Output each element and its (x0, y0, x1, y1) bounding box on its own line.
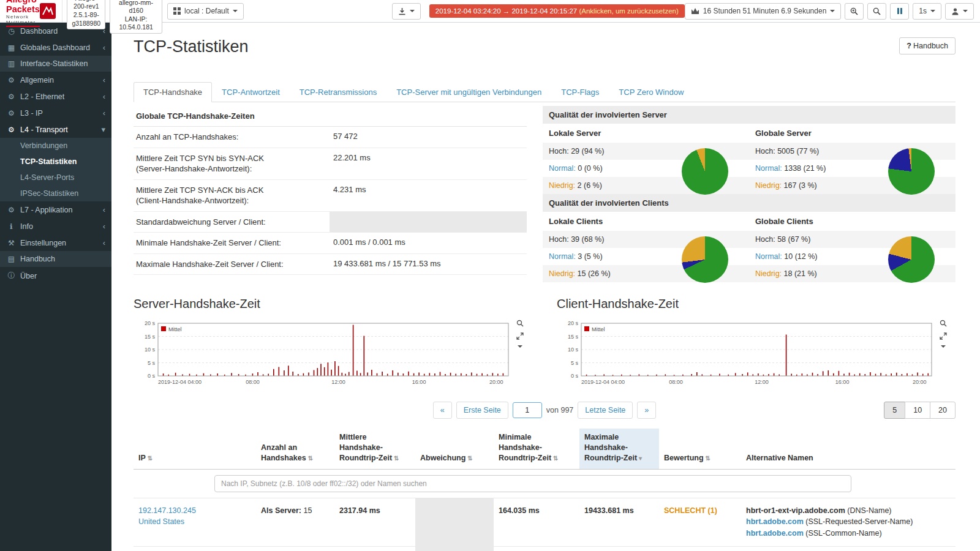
column-header-ip[interactable]: IP⇅ (134, 429, 256, 469)
profile-dropdown[interactable]: local : Default (167, 3, 244, 20)
tab-tcp-server-mit-ung-ltigen-verbindungen[interactable]: TCP-Server mit ungültigen Verbindungen (386, 82, 551, 102)
brand[interactable]: Allegro Packets Network Multimeter (0, 0, 62, 22)
column-header-mittlere-handshake-roundtrip-zeit[interactable]: Mittlere Handshake-Roundtrip-Zeit⇅ (334, 429, 415, 469)
chart-zoom-icon[interactable] (940, 320, 947, 327)
sidebar-item-label: Allgemein (20, 76, 54, 84)
sidebar-item-label: Dashboard (20, 27, 58, 36)
table-head: IP⇅Anzahl an Handshakes⇅Mittlere Handsha… (134, 429, 956, 498)
stat-label: Maximale Handshake-Zeit Server / Client: (134, 254, 330, 275)
sort-icon: ⇅ (553, 455, 558, 462)
country-link[interactable]: United States (138, 516, 251, 528)
sidebar-submenu: VerbindungenTCP-StatistikenL4-Server-Por… (0, 138, 111, 201)
tab-tcp-handshake[interactable]: TCP-Handshake (134, 82, 212, 102)
column-header-bewertung[interactable]: Bewertung⇅ (659, 429, 741, 469)
tab-tcp-retransmissions[interactable]: TCP-Retransmissions (290, 82, 386, 102)
quality-level-label: Hoch: (755, 235, 775, 244)
sidebar-item-ipsec-statistiken[interactable]: IPSec-Statistiken (0, 186, 111, 201)
quality-group-globale-server: Globale ServerHoch: 5005 (77 %)Normal: 1… (749, 124, 956, 194)
page-next-button[interactable]: » (637, 402, 656, 419)
sidebar-item-allgemein[interactable]: ⚙Allgemein‹ (0, 72, 111, 88)
quality-group-globale-clients: Globale ClientsHoch: 58 (67 %)Normal: 10… (749, 212, 956, 282)
sidebar-item-ber[interactable]: ⓘÜber (0, 267, 111, 285)
chart-options-caret-icon[interactable] (941, 345, 946, 348)
sidebar-item-globales-dashboard[interactable]: ▦Globales Dashboard‹ (0, 39, 111, 56)
tab-tcp-flags[interactable]: TCP-Flags (551, 82, 609, 102)
page-number-input[interactable] (513, 402, 542, 418)
global-dashboard-icon: ▦ (6, 43, 17, 52)
page-title: TCP-Statistiken (134, 37, 249, 56)
download-icon (398, 7, 406, 15)
sidebar-item-handbuch[interactable]: ▤Handbuch (0, 251, 111, 267)
sidebar-item-einstellungen[interactable]: ⚒Einstellungen‹ (0, 234, 111, 251)
sidebar-item-label: L4 - Transport (20, 126, 68, 134)
ip-link[interactable]: 192.147.130.245 (138, 505, 251, 517)
help-button[interactable]: ?Handbuch (899, 37, 956, 54)
sort-icon: ⇅ (706, 455, 710, 462)
stat-row: Standardabweichung Server / Client: (134, 212, 527, 233)
sidebar-item-l3-ip[interactable]: ⚙L3 - IP‹ (0, 105, 111, 121)
sidebar-item-l4-transport[interactable]: ⚙L4 - Transport▾ (0, 121, 111, 138)
chart-options-caret-icon[interactable] (518, 345, 522, 348)
sidebar-item-interface-statistiken[interactable]: ▥Interface-Statistiken (0, 56, 111, 72)
page-size-20-button[interactable]: 20 (930, 402, 956, 419)
alt-name-line: hbrt.adobe.com (SSL-Common-Name) (746, 528, 951, 539)
sidebar-item-tcp-statistiken[interactable]: TCP-Statistiken (0, 154, 111, 170)
user-menu-button[interactable] (945, 3, 974, 20)
alt-name-link[interactable]: hbrt.adobe.com (746, 517, 804, 526)
pause-button[interactable] (890, 3, 909, 20)
quality-value: 1338 (21 %) (784, 164, 826, 173)
time-range-badge[interactable]: 2019-12-04 03:24:20 → 2019-12-04 20:15:2… (429, 4, 685, 18)
tab-tcp-antwortzeit[interactable]: TCP-Antwortzeit (212, 82, 290, 102)
zoom-in-button[interactable] (845, 3, 864, 20)
quality-value: 58 (67 %) (777, 235, 810, 244)
interface-stats-icon: ▥ (6, 59, 17, 68)
quality-groups: Lokale ServerHoch: 29 (94 %)Normal: 0 (0… (543, 124, 956, 194)
column-header-maximale-handshake-roundtrip-zeit[interactable]: Maximale Handshake-Roundtrip-Zeit▾ (579, 429, 659, 469)
stat-value: 4.231 ms (330, 180, 527, 211)
tab-panel: Globale TCP-Handshake-Zeiten Anzahl an T… (111, 102, 980, 282)
table-row: 192.147.130.245United StatesAls Server: … (134, 498, 956, 546)
column-header-abweichung[interactable]: Abweichung⇅ (415, 429, 494, 469)
handshake-time-chart: 0 s5 s10 s15 s20 sMittel2019-12-04 04:00… (134, 318, 513, 393)
page-size-10-button[interactable]: 10 (905, 402, 930, 419)
last-page-button[interactable]: Letzte Seite (578, 402, 633, 419)
svg-text:5 s: 5 s (148, 360, 156, 366)
tab-tcp-zero-window[interactable]: TCP Zero Window (609, 82, 693, 102)
sidebar-item-verbindungen[interactable]: Verbindungen (0, 138, 111, 154)
download-button[interactable] (392, 3, 421, 20)
chart-fullscreen-icon[interactable] (940, 332, 947, 340)
sidebar-item-l7-applikation[interactable]: ⚙L7 - Applikation‹ (0, 201, 111, 218)
alt-name-link[interactable]: hbrt.adobe.com (746, 529, 804, 538)
quality-pie-chart (888, 148, 935, 195)
alt-name-text: hbrt-or1-ext-vip.adobe.com (746, 506, 845, 515)
max-rtt-cell: 19433.681 ms (579, 498, 659, 546)
interval-dropdown[interactable]: 1s (913, 3, 941, 20)
chart-zoom-icon[interactable] (516, 320, 524, 327)
chart-fullscreen-icon[interactable] (516, 332, 524, 340)
table-search-input[interactable] (214, 475, 851, 492)
first-page-button[interactable]: Erste Seite (456, 402, 508, 419)
svg-text:08:00: 08:00 (669, 379, 683, 385)
device-model: Allegro-200-rev1 (72, 0, 100, 11)
svg-text:20:00: 20:00 (489, 379, 503, 385)
page-prev-button[interactable]: « (433, 402, 452, 419)
page-size-5-button[interactable]: 5 (884, 402, 905, 419)
chevron-left-icon: ‹ (103, 238, 105, 247)
stats-rows: Anzahl an TCP-Handshakes:57 472Mittlere … (134, 127, 527, 275)
svg-text:12:00: 12:00 (755, 379, 769, 385)
svg-text:08:00: 08:00 (246, 379, 260, 385)
zoom-out-button[interactable] (867, 3, 886, 20)
charts-row: Server-Handshake-Zeit0 s5 s10 s15 s20 sM… (111, 282, 980, 393)
quality-level-label: Niedrig: (549, 269, 575, 278)
caret-down-icon (830, 10, 835, 12)
sidebar-item-info[interactable]: ℹInfo‹ (0, 218, 111, 234)
duration-dropdown[interactable]: 16 Stunden 51 Minuten 6.9 Sekunden (685, 3, 842, 20)
alt-name-line: hbrt.adobe.com (SSL-Requested-Server-Nam… (746, 516, 951, 528)
column-header-anzahl-an-handshakes[interactable]: Anzahl an Handshakes⇅ (256, 429, 334, 469)
column-header-minimale-handshake-roundtrip-zeit[interactable]: Minimale Handshake-Roundtrip-Zeit⇅ (494, 429, 579, 469)
gear-icon: ⚙ (6, 76, 17, 84)
sidebar-item-l2-ethernet[interactable]: ⚙L2 - Ethernet‹ (0, 88, 111, 105)
sidebar-item-l4-server-ports[interactable]: L4-Server-Ports (0, 170, 111, 186)
svg-text:10 s: 10 s (145, 347, 156, 353)
quality-section-title: Qualität der involvierten Server (543, 106, 956, 124)
